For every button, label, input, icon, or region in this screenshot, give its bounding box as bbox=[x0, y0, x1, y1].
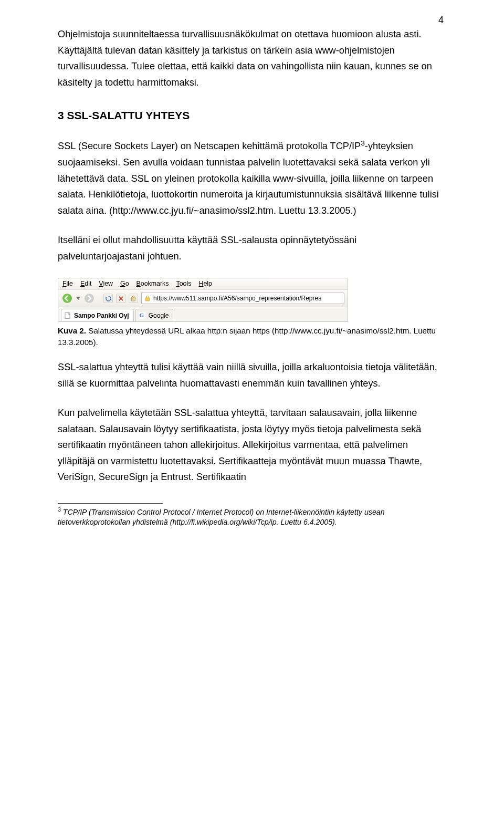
browser-menubar: FFileile Edit View Go Bookmarks Tools He… bbox=[58, 278, 348, 290]
footnote: 3 TCP/IP (Transmission Control Protocol … bbox=[58, 506, 446, 527]
svg-point-1 bbox=[85, 294, 94, 303]
address-url: https://www511.sampo.fi/A56/sampo_repres… bbox=[153, 295, 321, 302]
section-heading: 3 SSL-SALATTU YHTEYS bbox=[58, 109, 446, 122]
reload-button[interactable] bbox=[103, 294, 113, 303]
menu-go[interactable]: Go bbox=[120, 280, 129, 287]
menu-view[interactable]: View bbox=[99, 280, 113, 287]
svg-rect-2 bbox=[145, 298, 150, 301]
footnote-ref: 3 bbox=[361, 139, 365, 147]
caption-prefix: Kuva 2. bbox=[58, 326, 86, 335]
footnote-text: TCP/IP (Transmission Control Protocol / … bbox=[58, 508, 385, 526]
google-icon: G bbox=[139, 312, 146, 319]
tab-label: Sampo Pankki Oyj bbox=[74, 312, 129, 319]
svg-text:G: G bbox=[140, 312, 144, 319]
home-button[interactable] bbox=[129, 294, 138, 303]
paragraph-2-a: SSL (Secure Sockets Layer) on Netscapen … bbox=[58, 141, 361, 151]
footnote-separator bbox=[58, 503, 163, 504]
lock-icon bbox=[144, 295, 151, 302]
tab-google[interactable]: G Google bbox=[135, 309, 174, 321]
svg-point-0 bbox=[62, 294, 72, 303]
paragraph-2-b: -yhteyksien suojaamiseksi. Sen avulla vo… bbox=[58, 141, 439, 215]
paragraph-1: Ohjelmistoja suunniteltaessa turvallisuu… bbox=[58, 26, 446, 90]
menu-bookmarks[interactable]: Bookmarks bbox=[136, 280, 169, 287]
page: 4 Ohjelmistoja suunniteltaessa turvallis… bbox=[0, 0, 504, 559]
back-button[interactable] bbox=[61, 293, 73, 304]
browser-toolbar: https://www511.sampo.fi/A56/sampo_repres… bbox=[58, 290, 348, 307]
page-number: 4 bbox=[438, 15, 444, 26]
paragraph-5: Kun palvelimella käytetään SSL-salattua … bbox=[58, 405, 446, 485]
browser-screenshot: FFileile Edit View Go Bookmarks Tools He… bbox=[58, 278, 348, 322]
menu-edit[interactable]: Edit bbox=[80, 280, 91, 287]
tab-sampo[interactable]: Sampo Pankki Oyj bbox=[61, 309, 134, 321]
paragraph-3: Itselläni ei ollut mahdollisuutta käyttä… bbox=[58, 232, 446, 264]
figure-caption: Kuva 2. Salatussa yhteydessä URL alkaa h… bbox=[58, 325, 446, 348]
menu-file[interactable]: FFileile bbox=[62, 280, 73, 287]
menu-tools[interactable]: Tools bbox=[176, 280, 192, 287]
paragraph-4: SSL-salattua yhteyttä tulisi käyttää vai… bbox=[58, 359, 446, 391]
page-icon bbox=[64, 312, 71, 319]
stop-button[interactable] bbox=[116, 294, 125, 303]
back-dropdown-icon[interactable] bbox=[76, 296, 80, 300]
address-bar[interactable]: https://www511.sampo.fi/A56/sampo_repres… bbox=[141, 293, 344, 304]
menu-help[interactable]: Help bbox=[198, 280, 212, 287]
caption-text: Salatussa yhteydessä URL alkaa http:n si… bbox=[58, 326, 436, 346]
paragraph-2: SSL (Secure Sockets Layer) on Netscapen … bbox=[58, 138, 446, 218]
browser-tabstrip: Sampo Pankki Oyj G Google bbox=[58, 307, 348, 321]
forward-button[interactable] bbox=[83, 293, 95, 304]
tab-label: Google bbox=[149, 312, 169, 319]
